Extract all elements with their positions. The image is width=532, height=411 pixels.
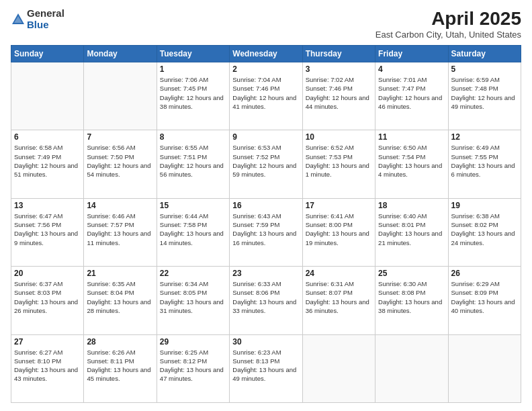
- day-info: Sunrise: 6:29 AM Sunset: 8:09 PM Dayligh…: [451, 279, 518, 315]
- logo-general: General: [27, 8, 64, 19]
- calendar-cell: 10Sunrise: 6:52 AM Sunset: 7:53 PM Dayli…: [302, 130, 375, 198]
- day-number: 19: [451, 201, 518, 210]
- calendar-cell: 13Sunrise: 6:47 AM Sunset: 7:56 PM Dayli…: [11, 198, 84, 266]
- weekday-header-row: SundayMondayTuesdayWednesdayThursdayFrid…: [11, 46, 521, 62]
- weekday-header-friday: Friday: [375, 46, 448, 62]
- day-number: 5: [451, 64, 518, 74]
- calendar-cell: 6Sunrise: 6:58 AM Sunset: 7:49 PM Daylig…: [11, 130, 84, 198]
- calendar-cell: [302, 334, 375, 402]
- day-number: 8: [160, 132, 226, 142]
- day-info: Sunrise: 7:04 AM Sunset: 7:46 PM Dayligh…: [232, 75, 299, 111]
- calendar-cell: 25Sunrise: 6:30 AM Sunset: 8:08 PM Dayli…: [375, 267, 448, 334]
- weekday-header-thursday: Thursday: [302, 46, 375, 62]
- day-number: 20: [14, 269, 81, 278]
- day-number: 3: [306, 64, 372, 74]
- week-row-5: 27Sunrise: 6:27 AM Sunset: 8:10 PM Dayli…: [11, 334, 521, 402]
- day-info: Sunrise: 6:49 AM Sunset: 7:55 PM Dayligh…: [451, 143, 518, 179]
- calendar-cell: 11Sunrise: 6:50 AM Sunset: 7:54 PM Dayli…: [375, 130, 448, 198]
- weekday-header-tuesday: Tuesday: [157, 46, 229, 62]
- calendar-cell: [84, 62, 157, 130]
- day-info: Sunrise: 7:02 AM Sunset: 7:46 PM Dayligh…: [306, 75, 372, 111]
- calendar-cell: 26Sunrise: 6:29 AM Sunset: 8:09 PM Dayli…: [448, 267, 521, 334]
- day-number: 26: [451, 269, 518, 278]
- day-info: Sunrise: 7:06 AM Sunset: 7:45 PM Dayligh…: [160, 75, 226, 111]
- calendar-cell: 3Sunrise: 7:02 AM Sunset: 7:46 PM Daylig…: [302, 62, 375, 130]
- calendar-cell: [448, 334, 521, 402]
- main-title: April 2025: [375, 8, 521, 30]
- calendar-cell: 28Sunrise: 6:26 AM Sunset: 8:11 PM Dayli…: [84, 334, 157, 402]
- weekday-header-sunday: Sunday: [11, 46, 84, 62]
- calendar-cell: 14Sunrise: 6:46 AM Sunset: 7:57 PM Dayli…: [84, 198, 157, 266]
- calendar-cell: 5Sunrise: 6:59 AM Sunset: 7:48 PM Daylig…: [448, 62, 521, 130]
- calendar-cell: 7Sunrise: 6:56 AM Sunset: 7:50 PM Daylig…: [84, 130, 157, 198]
- day-info: Sunrise: 6:40 AM Sunset: 8:01 PM Dayligh…: [378, 212, 445, 247]
- logo-text: General Blue: [27, 8, 64, 30]
- weekday-header-saturday: Saturday: [448, 46, 521, 62]
- logo-icon: [11, 12, 26, 27]
- day-number: 18: [378, 201, 445, 210]
- title-block: April 2025 East Carbon City, Utah, Unite…: [375, 8, 521, 40]
- day-number: 11: [378, 132, 445, 142]
- calendar-table: SundayMondayTuesdayWednesdayThursdayFrid…: [11, 45, 521, 403]
- day-number: 21: [87, 269, 153, 278]
- header: General Blue April 2025 East Carbon City…: [11, 8, 521, 40]
- day-info: Sunrise: 7:01 AM Sunset: 7:47 PM Dayligh…: [378, 75, 445, 111]
- day-info: Sunrise: 6:35 AM Sunset: 8:04 PM Dayligh…: [87, 279, 153, 315]
- day-number: 6: [14, 132, 81, 142]
- day-number: 12: [451, 132, 518, 142]
- day-info: Sunrise: 6:31 AM Sunset: 8:07 PM Dayligh…: [306, 279, 372, 315]
- day-number: 15: [160, 201, 226, 210]
- day-number: 22: [160, 269, 226, 278]
- calendar-cell: 23Sunrise: 6:33 AM Sunset: 8:06 PM Dayli…: [230, 267, 302, 334]
- day-number: 14: [87, 201, 153, 210]
- day-number: 2: [232, 64, 299, 74]
- day-number: 1: [160, 64, 226, 74]
- day-number: 24: [306, 269, 372, 278]
- day-info: Sunrise: 6:30 AM Sunset: 8:08 PM Dayligh…: [378, 279, 445, 315]
- calendar-cell: 9Sunrise: 6:53 AM Sunset: 7:52 PM Daylig…: [230, 130, 302, 198]
- day-number: 23: [232, 269, 299, 278]
- day-info: Sunrise: 6:41 AM Sunset: 8:00 PM Dayligh…: [306, 212, 372, 247]
- calendar-cell: 27Sunrise: 6:27 AM Sunset: 8:10 PM Dayli…: [11, 334, 84, 402]
- logo-blue: Blue: [27, 19, 64, 31]
- calendar-cell: 19Sunrise: 6:38 AM Sunset: 8:02 PM Dayli…: [448, 198, 521, 266]
- day-info: Sunrise: 6:47 AM Sunset: 7:56 PM Dayligh…: [14, 212, 81, 247]
- day-number: 29: [160, 337, 226, 347]
- day-number: 25: [378, 269, 445, 278]
- calendar-cell: 22Sunrise: 6:34 AM Sunset: 8:05 PM Dayli…: [157, 267, 229, 334]
- day-info: Sunrise: 6:55 AM Sunset: 7:51 PM Dayligh…: [160, 143, 226, 179]
- day-info: Sunrise: 6:50 AM Sunset: 7:54 PM Dayligh…: [378, 143, 445, 179]
- day-info: Sunrise: 6:52 AM Sunset: 7:53 PM Dayligh…: [306, 143, 372, 179]
- calendar-cell: 1Sunrise: 7:06 AM Sunset: 7:45 PM Daylig…: [157, 62, 229, 130]
- day-number: 16: [232, 201, 299, 210]
- week-row-2: 6Sunrise: 6:58 AM Sunset: 7:49 PM Daylig…: [11, 130, 521, 198]
- calendar-cell: 12Sunrise: 6:49 AM Sunset: 7:55 PM Dayli…: [448, 130, 521, 198]
- day-info: Sunrise: 6:58 AM Sunset: 7:49 PM Dayligh…: [14, 143, 81, 179]
- day-info: Sunrise: 6:23 AM Sunset: 8:13 PM Dayligh…: [232, 348, 299, 383]
- logo: General Blue: [11, 8, 64, 30]
- day-number: 17: [306, 201, 372, 210]
- day-info: Sunrise: 6:33 AM Sunset: 8:06 PM Dayligh…: [232, 279, 299, 315]
- subtitle: East Carbon City, Utah, United States: [375, 30, 521, 40]
- day-info: Sunrise: 6:59 AM Sunset: 7:48 PM Dayligh…: [451, 75, 518, 111]
- calendar-cell: 29Sunrise: 6:25 AM Sunset: 8:12 PM Dayli…: [157, 334, 229, 402]
- day-info: Sunrise: 6:26 AM Sunset: 8:11 PM Dayligh…: [87, 348, 153, 383]
- day-info: Sunrise: 6:25 AM Sunset: 8:12 PM Dayligh…: [160, 348, 226, 383]
- day-number: 9: [232, 132, 299, 142]
- day-number: 4: [378, 64, 445, 74]
- day-info: Sunrise: 6:56 AM Sunset: 7:50 PM Dayligh…: [87, 143, 153, 179]
- day-info: Sunrise: 6:43 AM Sunset: 7:59 PM Dayligh…: [232, 212, 299, 247]
- calendar-cell: 18Sunrise: 6:40 AM Sunset: 8:01 PM Dayli…: [375, 198, 448, 266]
- day-info: Sunrise: 6:53 AM Sunset: 7:52 PM Dayligh…: [232, 143, 299, 179]
- day-number: 10: [306, 132, 372, 142]
- day-info: Sunrise: 6:38 AM Sunset: 8:02 PM Dayligh…: [451, 212, 518, 247]
- calendar-cell: [11, 62, 84, 130]
- calendar-cell: 30Sunrise: 6:23 AM Sunset: 8:13 PM Dayli…: [230, 334, 302, 402]
- page: General Blue April 2025 East Carbon City…: [0, 0, 532, 411]
- day-info: Sunrise: 6:46 AM Sunset: 7:57 PM Dayligh…: [87, 212, 153, 247]
- day-number: 27: [14, 337, 81, 347]
- calendar-cell: 21Sunrise: 6:35 AM Sunset: 8:04 PM Dayli…: [84, 267, 157, 334]
- day-number: 28: [87, 337, 153, 347]
- calendar-cell: 15Sunrise: 6:44 AM Sunset: 7:58 PM Dayli…: [157, 198, 229, 266]
- day-info: Sunrise: 6:37 AM Sunset: 8:03 PM Dayligh…: [14, 279, 81, 315]
